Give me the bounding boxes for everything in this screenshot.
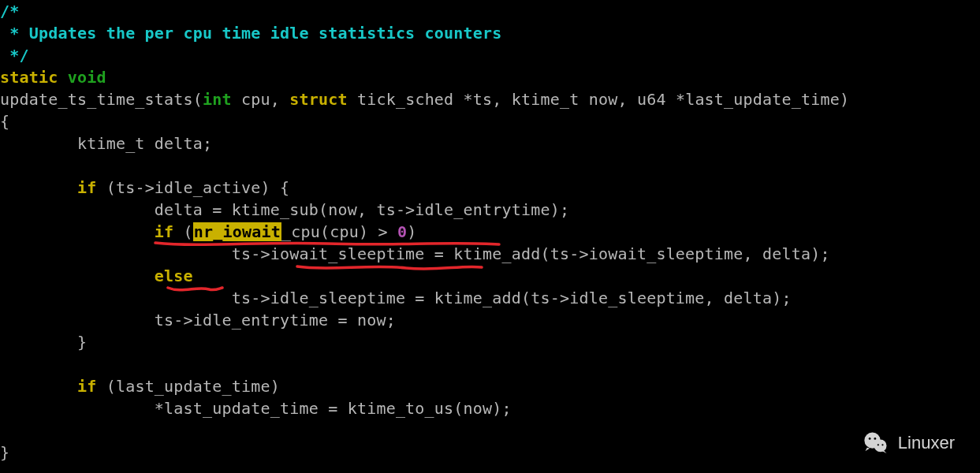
comment-open: /* — [0, 2, 19, 20]
brace-open: { — [0, 112, 9, 131]
kw-int: int — [203, 90, 232, 109]
if3-cond: (last_update_time) — [96, 377, 280, 396]
kw-if-1: if — [77, 178, 96, 197]
comment-close: */ — [0, 46, 29, 65]
line-idle-sleeptime: ts->idle_sleeptime = ktime_add(ts->idle_… — [0, 289, 792, 307]
svg-point-2 — [869, 438, 871, 440]
watermark-text: Linuxer — [898, 432, 955, 454]
svg-point-3 — [874, 438, 876, 440]
fn-sig-b: cpu, — [232, 90, 289, 109]
if1-cond: (ts->idle_active) { — [96, 178, 289, 197]
if2-rest-a: _cpu(cpu) > — [281, 222, 397, 241]
fn-sig-a: update_ts_time_stats( — [0, 90, 203, 109]
kw-static: static — [0, 68, 58, 87]
watermark: Linuxer — [862, 429, 955, 457]
fn-sig-c: tick_sched *ts, ktime_t now, u64 *last_u… — [348, 90, 850, 109]
decl-delta: ktime_t delta; — [0, 134, 212, 153]
num-zero: 0 — [397, 222, 407, 241]
kw-void: void — [68, 68, 106, 87]
kw-else: else — [155, 266, 193, 285]
if2-open: ( — [173, 222, 192, 241]
kw-if-3: if — [77, 377, 96, 396]
code-block: /* * Updates the per cpu time idle stati… — [0, 0, 980, 464]
svg-point-1 — [874, 440, 887, 453]
highlight-nr-iowait: nr_iowait — [193, 222, 281, 241]
brace-close: } — [0, 443, 9, 462]
wechat-icon — [862, 429, 890, 457]
svg-point-5 — [881, 444, 883, 445]
kw-if-2: if — [155, 222, 173, 241]
svg-point-4 — [878, 444, 879, 445]
line-delta-assign: delta = ktime_sub(now, ts->idle_entrytim… — [0, 200, 569, 219]
line-last-update: *last_update_time = ktime_to_us(now); — [0, 399, 512, 418]
line-iowait-sleeptime: ts->iowait_sleeptime = ktime_add(ts->iow… — [0, 244, 830, 263]
line-entrytime: ts->idle_entrytime = now; — [0, 311, 396, 330]
kw-struct: struct — [289, 90, 347, 109]
comment-body: * Updates the per cpu time idle statisti… — [0, 24, 502, 43]
inner-brace-close: } — [0, 333, 87, 352]
if2-rest-b: ) — [407, 222, 416, 241]
